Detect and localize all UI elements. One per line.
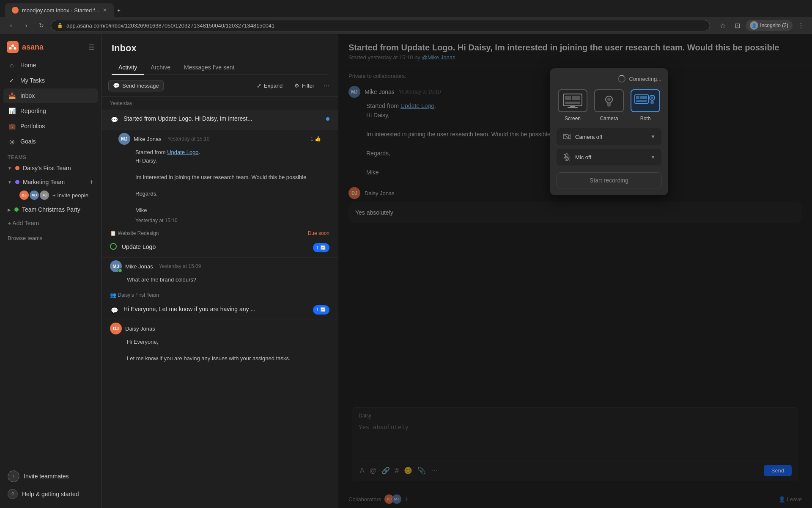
- thread-task-link[interactable]: Update Logo: [401, 102, 434, 109]
- reply-bubble: Yes absolutely: [348, 202, 802, 223]
- profile-button[interactable]: ⊡: [731, 19, 743, 31]
- team-label: 👥 Daisy's First Team: [110, 292, 159, 298]
- filter-button[interactable]: ⚙ Filter: [290, 80, 318, 91]
- team-daisy-header[interactable]: ▼ Daisy's First Team: [3, 162, 98, 174]
- unread-dot: [326, 117, 329, 121]
- team-color-dot: [14, 207, 19, 212]
- goals-icon: ◎: [8, 137, 16, 146]
- team-marketing-header[interactable]: ▼ Marketing Team +: [3, 176, 98, 188]
- menu-button[interactable]: ⋮: [795, 19, 807, 31]
- avatar-dj: DJ: [110, 323, 122, 334]
- more-options-button[interactable]: ⋯: [322, 81, 331, 91]
- sidebar-item-my-tasks[interactable]: ✓ My Tasks: [3, 73, 98, 88]
- compose-author-label: Daisy: [359, 413, 792, 419]
- portfolios-icon: 💼: [8, 122, 16, 130]
- message-item[interactable]: 💬 Started from Update Logo. Hi Daisy, Im…: [102, 110, 338, 130]
- filter-label: Filter: [302, 83, 314, 89]
- tab-messages-sent[interactable]: Messages I've sent: [177, 61, 241, 75]
- collaborators-avatars: DJ MJ: [384, 494, 401, 504]
- svg-point-2: [14, 47, 16, 50]
- svg-rect-15: [636, 100, 647, 102]
- asana-logo[interactable]: asana: [7, 41, 44, 53]
- mic-dropdown[interactable]: Mic off ▼: [557, 149, 661, 166]
- refresh-button[interactable]: ↻: [36, 19, 47, 31]
- send-message-label: Send message: [122, 83, 159, 89]
- main-content: Inbox Activity Archive Messages I've sen…: [102, 34, 812, 508]
- avatar-dj: DJ: [19, 190, 29, 200]
- option-screen[interactable]: Screen: [557, 89, 589, 121]
- close-tab-button[interactable]: ✕: [103, 7, 107, 13]
- right-panel-title: Started from Update Logo. Hi Daisy, Im i…: [348, 43, 802, 52]
- team-daisy-label: Daisy's First Team: [23, 165, 71, 171]
- invite-teammates-button[interactable]: + Invite teammates: [3, 467, 98, 485]
- message-title: Started from Update Logo. Hi Daisy, Im i…: [123, 115, 321, 122]
- task-message-item[interactable]: Update Logo 1 🔄: [102, 238, 338, 258]
- author-link[interactable]: @Mike Jonas: [422, 54, 455, 61]
- add-to-team-button[interactable]: +: [90, 178, 93, 186]
- message-icon: 💬: [110, 116, 118, 124]
- leave-button[interactable]: 👤 Leave: [779, 496, 802, 502]
- inbox-tabs: Activity Archive Messages I've sent: [112, 61, 328, 75]
- sidebar-item-home[interactable]: ⌂ Home: [3, 58, 98, 72]
- collaborators-label: Collaborators: [348, 496, 381, 502]
- attach-icon[interactable]: 📎: [416, 465, 427, 476]
- app-layout: asana ☰ ⌂ Home ✓ My Tasks 📥 Inbox 📊 Repo…: [0, 34, 812, 508]
- tag-icon[interactable]: #: [394, 466, 400, 476]
- team-christmas-header[interactable]: ▶ Team Christmas Party: [3, 204, 98, 215]
- link-icon[interactable]: 🔗: [380, 465, 391, 476]
- sidebar-toggle-button[interactable]: ☰: [88, 43, 94, 51]
- leave-label: Leave: [787, 496, 802, 502]
- tab-archive[interactable]: Archive: [144, 61, 177, 75]
- message-author-row: MJ Mike Jonas Yesterday at 15:10 1 👍 Sta…: [102, 130, 338, 227]
- task-link[interactable]: Update Logo: [167, 149, 198, 155]
- asana-logo-icon: [7, 41, 19, 53]
- team-christmas-label: Team Christmas Party: [22, 206, 80, 213]
- team-marketing: ▼ Marketing Team + DJ MJ +0 + Invite peo…: [3, 176, 98, 202]
- forward-button[interactable]: ›: [20, 19, 32, 31]
- start-recording-button[interactable]: Start recording: [557, 172, 661, 188]
- expand-button[interactable]: ⤢ Expand: [252, 80, 287, 91]
- message-item-3[interactable]: 💬 Hi Everyone, Let me know if you are ha…: [102, 300, 338, 320]
- at-mention-icon[interactable]: @: [368, 466, 378, 476]
- chevron-down-icon: ▼: [8, 180, 12, 185]
- option-both[interactable]: Both: [629, 89, 661, 121]
- lock-icon: 🔒: [57, 23, 63, 28]
- filter-icon: ⚙: [294, 83, 299, 89]
- emoji-icon[interactable]: 😊: [403, 465, 414, 476]
- svg-rect-6: [565, 102, 580, 104]
- sidebar-item-goals[interactable]: ◎ Goals: [3, 134, 98, 149]
- chevron-right-icon: ▶: [8, 207, 11, 212]
- add-tab-button[interactable]: +: [115, 6, 122, 15]
- browse-teams-button[interactable]: Browse teams: [3, 232, 98, 244]
- address-bar[interactable]: 🔒 app.asana.com/0/inbox/1203269616387050…: [51, 20, 710, 31]
- add-collaborator-button[interactable]: +: [405, 495, 409, 503]
- author-time: Yesterday at 15:10: [167, 136, 210, 142]
- bookmark-button[interactable]: ☆: [717, 19, 729, 31]
- camera-chevron-icon: ▼: [650, 134, 656, 140]
- add-team-button[interactable]: + Add Team: [3, 217, 98, 229]
- invite-people-item[interactable]: DJ MJ +0 + Invite people: [15, 188, 98, 202]
- compose-input[interactable]: [359, 422, 792, 456]
- svg-rect-8: [568, 107, 578, 108]
- sidebar-item-reporting[interactable]: 📊 Reporting: [3, 104, 98, 118]
- more-icon[interactable]: ⋯: [430, 465, 439, 476]
- author-name: Mike Jonas: [125, 263, 153, 270]
- compose-box: Daisy A @ 🔗 # 😊 📎 ⋯ Send: [352, 407, 798, 481]
- active-tab[interactable]: moodjoy.com Inbox - Started f... ✕: [5, 3, 114, 17]
- send-button[interactable]: Send: [764, 465, 792, 476]
- help-button[interactable]: ? Help & getting started: [3, 486, 98, 502]
- back-button[interactable]: ‹: [5, 19, 17, 31]
- camera-dropdown[interactable]: Camera off ▼: [557, 128, 661, 145]
- sidebar-item-portfolios[interactable]: 💼 Portfolios: [3, 119, 98, 133]
- sidebar-item-label: My Tasks: [20, 77, 45, 84]
- sidebar-item-inbox[interactable]: 📥 Inbox: [3, 88, 98, 103]
- mic-chevron-icon: ▼: [650, 154, 656, 160]
- task-badge: 1 🔄: [313, 243, 329, 252]
- send-message-button[interactable]: 💬 Send message: [108, 80, 164, 91]
- option-camera[interactable]: Camera: [593, 89, 625, 121]
- text-format-icon[interactable]: A: [359, 466, 366, 476]
- reply-avatar: DJ: [348, 187, 360, 199]
- tab-activity[interactable]: Activity: [112, 61, 144, 75]
- team-marketing-label: Marketing Team: [23, 179, 65, 185]
- incognito-button[interactable]: 👤 Incognito (2): [746, 20, 793, 31]
